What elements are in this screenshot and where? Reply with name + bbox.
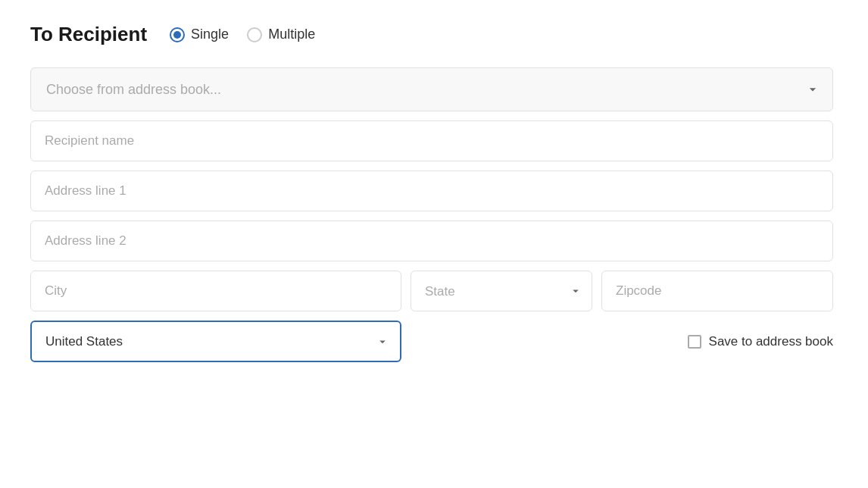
zipcode-input[interactable] xyxy=(601,271,833,311)
header-row: To Recipient Single Multiple xyxy=(30,23,838,46)
country-select[interactable]: United States Canada United Kingdom Aust… xyxy=(30,321,401,362)
city-input[interactable] xyxy=(30,271,401,311)
page-title: To Recipient xyxy=(30,23,147,46)
radio-single[interactable]: Single xyxy=(170,27,229,42)
save-address-label[interactable]: Save to address book xyxy=(709,334,833,349)
state-select[interactable]: State Alabama Alaska Arizona California … xyxy=(411,271,592,311)
radio-multiple[interactable]: Multiple xyxy=(247,27,315,42)
radio-single-label: Single xyxy=(191,27,229,42)
radio-multiple-label: Multiple xyxy=(268,27,315,42)
form-container: Choose from address book... State Alabam… xyxy=(30,67,833,362)
bottom-row: United States Canada United Kingdom Aust… xyxy=(30,321,833,362)
address-book-select[interactable]: Choose from address book... xyxy=(30,67,833,111)
radio-multiple-input[interactable] xyxy=(247,27,262,42)
city-state-zip-row: State Alabama Alaska Arizona California … xyxy=(30,271,833,311)
save-checkbox-group: Save to address book xyxy=(688,334,833,349)
radio-group: Single Multiple xyxy=(170,27,315,42)
address-line2-input[interactable] xyxy=(30,221,833,261)
radio-single-input[interactable] xyxy=(170,27,185,42)
recipient-name-input[interactable] xyxy=(30,120,833,161)
address-line1-input[interactable] xyxy=(30,170,833,211)
save-address-checkbox[interactable] xyxy=(688,335,701,349)
